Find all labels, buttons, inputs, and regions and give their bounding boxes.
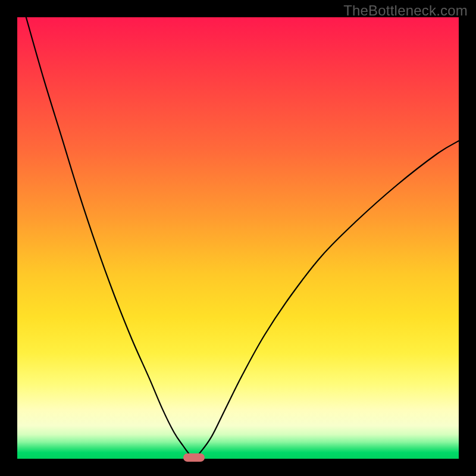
watermark-text: TheBottleneck.com	[343, 2, 468, 19]
curve-left-branch	[26, 17, 194, 459]
curve-right-branch	[194, 141, 459, 459]
optimum-marker	[183, 453, 205, 462]
chart-frame: TheBottleneck.com	[0, 0, 476, 476]
bottleneck-curve	[17, 17, 459, 459]
plot-area	[17, 17, 459, 459]
